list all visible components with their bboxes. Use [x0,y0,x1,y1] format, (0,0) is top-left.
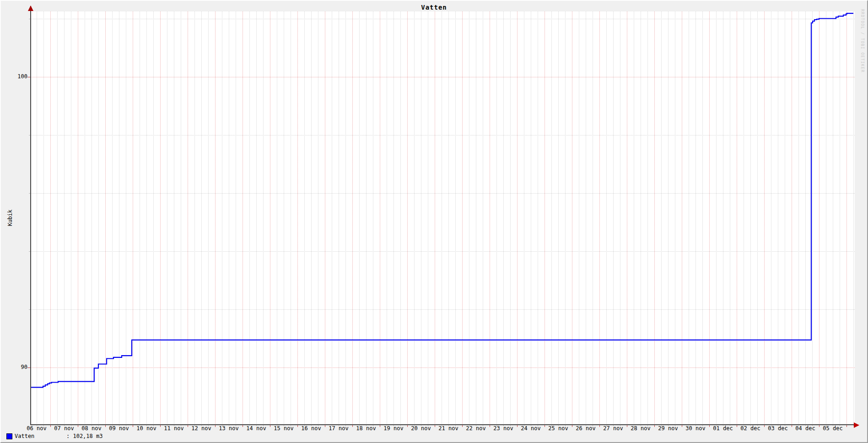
six-hour-gridline [345,11,346,425]
six-hour-gridline [428,11,428,425]
y-minor-gridline [31,251,855,252]
x-tick-label: 19 nov [380,426,407,432]
six-hour-gridline [359,11,360,425]
day-gridline [627,11,627,425]
y-axis-line [30,6,31,425]
y-minor-gridline [31,309,855,310]
y-major-gridline [31,367,855,368]
y-tick-label: 90 [8,364,27,370]
six-hour-gridline [311,11,312,425]
day-gridline [599,11,600,425]
x-tick-label: 25 nov [545,426,572,432]
x-tick-label: 27 nov [599,426,627,432]
six-hour-gridline [339,11,339,425]
six-hour-gridline [558,11,559,425]
six-hour-gridline [510,11,511,425]
six-hour-gridline [833,11,833,425]
six-hour-gridline [586,11,586,425]
six-hour-gridline [840,11,840,425]
day-gridline [407,11,408,425]
six-hour-gridline [826,11,826,425]
six-hour-gridline [668,11,669,425]
six-hour-gridline [853,11,854,425]
six-hour-gridline [43,11,44,425]
day-gridline [435,11,435,425]
six-hour-gridline [750,11,751,425]
rrdtool-graph-image: 06 nov07 nov08 nov09 nov10 nov11 nov12 n… [0,0,868,443]
x-tick-label: 26 nov [572,426,599,432]
six-hour-gridline [613,11,614,425]
x-tick-label: 20 nov [407,426,435,432]
six-hour-gridline [263,11,264,425]
six-hour-gridline [37,11,37,425]
six-hour-gridline [167,11,167,425]
x-tick-label: 12 nov [188,426,215,432]
six-hour-gridline [579,11,579,425]
day-gridline [325,11,325,425]
y-minor-gridline [31,19,855,19]
six-hour-gridline [798,11,799,425]
six-hour-gridline [222,11,222,425]
y-minor-gridline [31,193,855,194]
x-tick-label: 08 nov [78,426,105,432]
six-hour-gridline [57,11,58,425]
six-hour-gridline [805,11,806,425]
six-hour-gridline [71,11,71,425]
six-hour-gridline [476,11,476,425]
six-hour-gridline [126,11,126,425]
x-tick-label: 11 nov [160,426,188,432]
six-hour-gridline [730,11,730,425]
day-gridline [462,11,463,425]
six-hour-gridline [366,11,367,425]
day-gridline [517,11,518,425]
six-hour-gridline [85,11,85,425]
six-hour-gridline [194,11,195,425]
six-hour-gridline [785,11,785,425]
six-hour-gridline [291,11,291,425]
y-tick-label: 100 [8,74,27,80]
six-hour-gridline [98,11,99,425]
x-tick-label: 03 dec [764,426,792,432]
x-tick-label: 10 nov [133,426,160,432]
legend: Vatten : 102,18 m3 [0,432,275,440]
rrdtool-watermark: RRDTOOL / TOBI OETIKER [860,9,864,73]
six-hour-gridline [373,11,373,425]
six-hour-gridline [421,11,421,425]
legend-current-value: : 102,18 m3 [66,433,102,439]
six-hour-gridline [778,11,778,425]
six-hour-gridline [112,11,113,425]
day-gridline [572,11,572,425]
six-hour-gridline [771,11,771,425]
six-hour-gridline [201,11,202,425]
six-hour-gridline [64,11,65,425]
six-hour-gridline [256,11,257,425]
six-hour-gridline [400,11,401,425]
six-hour-gridline [496,11,497,425]
six-hour-gridline [744,11,744,425]
day-gridline [819,11,819,425]
six-hour-gridline [675,11,675,425]
legend-series-label: Vatten [15,433,34,439]
x-tick-label: 02 dec [737,426,764,432]
six-hour-gridline [606,11,607,425]
six-hour-gridline [304,11,305,425]
six-hour-gridline [442,11,442,425]
day-gridline [297,11,298,425]
day-gridline [846,11,847,425]
x-tick-label: 17 nov [325,426,352,432]
six-hour-gridline [181,11,181,425]
y-axis-title: Kubik [7,190,13,245]
six-hour-gridline [394,11,394,425]
x-tick-label: 30 nov [682,426,709,432]
six-hour-gridline [716,11,717,425]
day-gridline [270,11,270,425]
six-hour-gridline [641,11,641,425]
x-tick-label: 15 nov [270,426,297,432]
x-tick-label: 06 nov [23,426,50,432]
x-tick-label: 04 dec [792,426,819,432]
six-hour-gridline [469,11,469,425]
six-hour-gridline [119,11,119,425]
x-tick-label: 24 nov [517,426,545,432]
x-tick-label: 01 dec [709,426,737,432]
six-hour-gridline [455,11,456,425]
